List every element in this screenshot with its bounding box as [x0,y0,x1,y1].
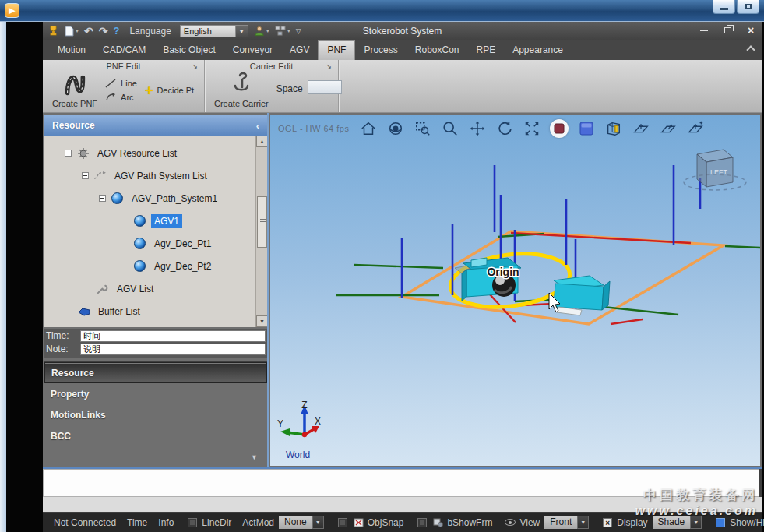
fit-icon[interactable] [523,119,541,138]
rotate-icon[interactable] [495,119,514,138]
viewport-3d[interactable]: OGL - HW 64 fps [270,115,760,466]
actmod-value[interactable]: None [279,516,312,529]
tree-row[interactable]: Agv_Dec_Pt2 [44,255,267,277]
pan-icon[interactable] [468,119,487,138]
tree-scrollbar[interactable]: ▲ ▼ [255,136,267,327]
display-value[interactable]: Shade [653,516,691,529]
arc-button[interactable]: Arc [105,93,137,102]
scrollbar-thumb[interactable] [257,196,267,248]
tree-row[interactable]: AGV Path System List [44,164,267,187]
tree-row[interactable]: Agv_Dec_Pt1 [44,232,267,255]
tab-process[interactable]: Process [355,41,406,60]
app-restore-button[interactable] [720,24,735,37]
section-resource[interactable]: Resource [44,362,267,383]
app-minimize-button[interactable] [696,24,712,37]
decide-pt-button[interactable]: + Decide Pt [145,85,194,96]
zoom-icon[interactable] [441,119,459,138]
resource-panel-header[interactable]: Resource ‹ [44,115,267,136]
axis-y-label: Y [277,418,283,429]
tree-row[interactable]: AGV Resource List [44,142,267,164]
collapse-node-icon[interactable] [65,150,72,157]
display-select[interactable]: Shade ▼ [653,516,702,529]
linedir-checkbox[interactable] [188,518,197,527]
status-time[interactable]: Time [127,517,147,528]
display-checkbox[interactable]: × [603,518,612,527]
tree-row-selected[interactable]: AGV1 [44,210,267,232]
scroll-down-icon[interactable]: ▼ [256,315,267,327]
line-button[interactable]: Line [105,79,137,88]
note-input[interactable] [80,344,266,355]
tab-agv[interactable]: AGV [281,41,318,60]
tab-motion[interactable]: Motion [49,41,94,60]
resource-tree: AGV Resource List AGV Path System List A… [44,136,267,327]
showhide-grid-checkbox[interactable] [716,518,725,527]
home-icon[interactable] [359,119,378,138]
shade-solid-icon[interactable] [550,119,569,138]
actmod-select[interactable]: None ▼ [279,516,324,529]
ribbon: PNF Edit ↘ Create PNF [43,60,762,113]
tree-row[interactable]: AGV List [44,277,267,300]
clip-plane-2-icon[interactable] [659,119,678,138]
ribbon-collapse-button[interactable] [747,44,754,51]
play-icon[interactable]: ▶ [5,3,19,18]
space-input[interactable] [308,80,342,94]
objsnap-checkbox[interactable] [338,518,347,527]
player-minimize-button[interactable] [713,0,735,14]
chevron-down-icon[interactable]: ▼ [312,516,324,529]
tree-row[interactable]: AGV_Path_System1 [44,187,267,210]
collapse-node-icon[interactable] [82,172,89,179]
app-close-button[interactable]: × [743,24,759,37]
status-info[interactable]: Info [158,517,174,528]
view-value[interactable]: Front [544,516,577,529]
orbit-icon[interactable] [386,119,405,138]
redo-button[interactable]: ↷ [99,26,108,37]
tree-row[interactable]: Buffer List [44,300,267,322]
tab-appearance[interactable]: Appearance [504,41,572,60]
panel-section-list: Resource Property MotionLinks BCC ▼ [44,361,267,467]
language-select[interactable]: English ▼ [180,25,248,37]
tab-cadcam[interactable]: CAD/CAM [94,41,154,60]
tab-basic-object[interactable]: Basic Object [154,41,224,60]
create-pnf-icon [62,72,88,97]
section-bcc[interactable]: BCC [44,425,267,446]
chevron-down-icon[interactable]: ▼ [236,25,248,37]
clip-plane-1-icon[interactable] [632,119,650,138]
language-value[interactable]: English [180,25,236,37]
create-pnf-button[interactable]: Create PNF [52,72,97,108]
group-caption: PNF Edit [106,62,140,71]
view-select[interactable]: Front ▼ [544,516,589,529]
dialog-launcher-icon[interactable]: ↘ [326,62,332,70]
zoom-window-icon[interactable] [414,119,432,138]
dialog-launcher-icon[interactable]: ↘ [192,62,198,70]
collapse-left-icon[interactable]: ‹ [256,120,259,132]
section-property[interactable]: Property [44,383,267,404]
scroll-up-icon[interactable]: ▲ [256,136,267,147]
chevron-down-icon: ▾ [266,27,269,34]
tab-roboxcon[interactable]: RoboxCon [407,41,468,60]
pin-icon[interactable]: ▽ [296,27,301,35]
section-motionlinks[interactable]: MotionLinks [44,404,267,425]
screen: ▶ Stokerobot System ▾ ↶ [0,0,764,532]
nav-cube[interactable]: LEFT [684,150,746,190]
help-button[interactable]: ? [113,25,119,37]
undo-button[interactable]: ↶ [84,26,93,37]
chevron-down-icon[interactable]: ▼ [577,516,589,529]
globe-icon [111,192,124,205]
player-maximize-button[interactable] [737,0,759,14]
tab-pnf[interactable]: PNF [318,40,355,60]
agv-box-2[interactable] [554,276,610,315]
user-button[interactable]: ▾ [254,25,269,37]
tab-conveyor[interactable]: Conveyor [224,41,281,60]
cube-view-icon[interactable] [604,119,623,138]
time-input[interactable] [80,330,266,342]
bshowfrm-checkbox[interactable] [417,518,427,527]
clip-plane-3-icon[interactable] [686,119,705,138]
collapse-node-icon[interactable] [99,195,106,202]
chevron-down-icon[interactable]: ▼ [690,516,702,529]
new-document-button[interactable]: ▾ [65,26,79,37]
layout-button[interactable]: ▾ [275,26,290,36]
create-carrier-button[interactable]: Create Carrier [214,72,269,108]
shade-blue-icon[interactable] [577,119,596,138]
tab-rpe[interactable]: RPE [468,41,505,60]
section-overflow-icon[interactable]: ▼ [251,453,258,461]
